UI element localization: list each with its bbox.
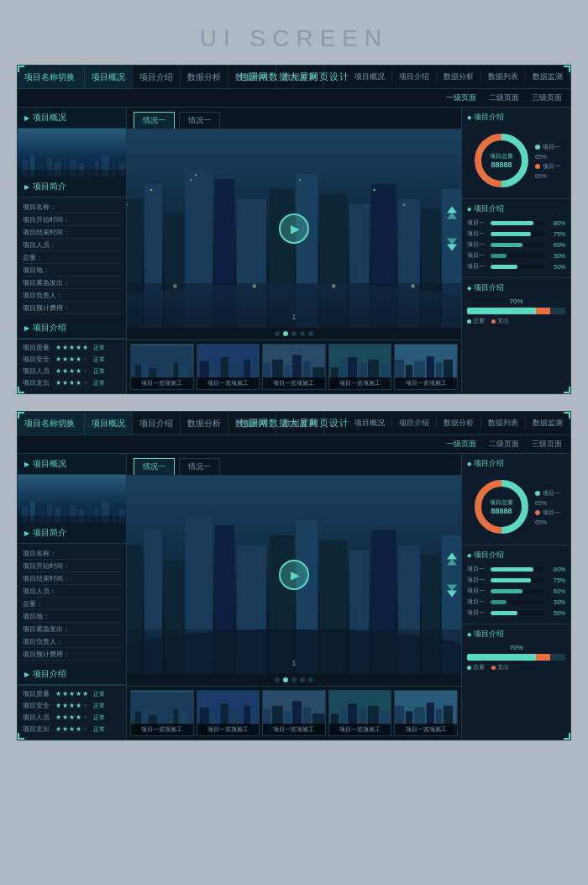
info-start: 项目开始时间： bbox=[23, 213, 121, 226]
thumb-2[interactable]: 项目一览项施工 bbox=[197, 344, 260, 390]
bar-row-2: 项目一 75% bbox=[467, 229, 565, 238]
right-panel-2: 项目介绍 项目总量 88888 bbox=[461, 454, 570, 740]
tab-intro[interactable]: 项目介绍 bbox=[133, 66, 181, 88]
tab-analysis[interactable]: 数据分析 bbox=[181, 66, 228, 88]
level-1-nav[interactable]: 一级页面 bbox=[446, 92, 476, 103]
right2-tab-analysis[interactable]: 数据分析 bbox=[437, 418, 481, 429]
level2-1-nav[interactable]: 一级页面 bbox=[446, 439, 476, 450]
right-bar-section: 项目介绍 项目一 80% 项目一 75% 项目一 60% 项目一 bbox=[462, 199, 570, 278]
right2-tab-list[interactable]: 数据列表 bbox=[481, 418, 526, 429]
level-2-nav[interactable]: 二级页面 bbox=[489, 92, 519, 103]
main-content: 项目概况 bbox=[18, 108, 570, 393]
right2-bar-section: 项目介绍 项目一 80% 项目一 75% 项目一 60% 项目一 bbox=[462, 545, 570, 624]
level-3-nav[interactable]: 三级页面 bbox=[532, 92, 562, 103]
thumb-3-label: 项目一览项施工 bbox=[263, 377, 325, 389]
info-urgent: 项目紧急发出： bbox=[23, 277, 121, 289]
right2-section2-title: 项目介绍 bbox=[467, 550, 565, 561]
right-nav: 项目概况 项目介绍 数据分析 数据列表 数据监测 bbox=[348, 71, 570, 82]
tab2-intro[interactable]: 项目介绍 bbox=[133, 412, 181, 435]
left-panel: 项目概况 bbox=[18, 108, 127, 393]
nav-tabs: 项目概况 项目介绍 数据分析 数据列表 数据监测 bbox=[85, 66, 348, 88]
right-section1-title: 项目介绍 bbox=[467, 112, 565, 123]
info-location: 项目地： bbox=[23, 264, 121, 277]
right2-tab-overview[interactable]: 项目概况 bbox=[348, 418, 392, 429]
info-name: 项目名称： bbox=[23, 201, 121, 213]
thumbnails-row: 项目一览项施工 项目一览项施工 bbox=[127, 340, 461, 393]
dashboard-1: 项目名称切换 项目概况 项目介绍 数据分析 数据列表 数据监测 包圆网数据大屏网… bbox=[17, 65, 571, 394]
svg-rect-103 bbox=[18, 516, 126, 523]
video-dots bbox=[127, 328, 461, 340]
sit-tab-1[interactable]: 情况一 bbox=[134, 112, 175, 129]
svg-point-42 bbox=[173, 284, 177, 288]
play-button[interactable]: ▶ bbox=[279, 213, 309, 244]
thumb2-5[interactable]: 项目一览项施工 bbox=[394, 690, 458, 736]
thumb2-4[interactable]: 项目一览项施工 bbox=[328, 690, 392, 736]
sit2-tab-2[interactable]: 情况一 bbox=[179, 458, 220, 475]
tab2-monitor[interactable]: 数据监测 bbox=[276, 412, 324, 435]
svg-rect-35 bbox=[127, 204, 128, 206]
rating-section-title-2: 项目介绍 bbox=[18, 664, 126, 685]
svg-rect-37 bbox=[190, 179, 192, 181]
right-tab-analysis[interactable]: 数据分析 bbox=[437, 71, 481, 82]
right2-tab-monitor[interactable]: 数据监测 bbox=[526, 418, 570, 429]
page-title: UI SCREEN bbox=[200, 25, 388, 52]
donut-center: 项目总量 88888 bbox=[490, 152, 513, 169]
thumb-4[interactable]: 项目一览项施工 bbox=[328, 344, 392, 390]
nav-tabs-2: 项目概况 项目介绍 数据分析 数据列表 数据监测 bbox=[85, 412, 348, 435]
thumb-1-label: 项目一览项施工 bbox=[131, 377, 193, 389]
main-content-2: 项目概况 bbox=[18, 454, 570, 740]
donut-center-2: 项目总量 88888 bbox=[490, 498, 513, 515]
right-tab-monitor[interactable]: 数据监测 bbox=[526, 71, 570, 82]
thumb-4-label: 项目一览项施工 bbox=[329, 377, 391, 389]
thumb-3[interactable]: 项目一览项施工 bbox=[262, 344, 326, 390]
sit2-tab-1[interactable]: 情况一 bbox=[134, 458, 175, 475]
right2-donut-section: 项目介绍 项目总量 88888 bbox=[462, 454, 570, 545]
rating-safety: 项目安全 ★ ★ ★ ★ ★ 正常 bbox=[23, 355, 121, 364]
left-panel-title: 项目概况 bbox=[18, 108, 126, 129]
thumb-5[interactable]: 项目一览项施工 bbox=[394, 344, 458, 390]
right-tab-intro[interactable]: 项目介绍 bbox=[392, 71, 437, 82]
play-icon-2: ▶ bbox=[291, 568, 300, 582]
thumb-5-label: 项目一览项施工 bbox=[395, 377, 457, 389]
svg-rect-40 bbox=[373, 189, 375, 191]
right2-section1-title: 项目介绍 bbox=[467, 458, 565, 469]
donut-chart-2: 项目总量 88888 bbox=[472, 477, 531, 536]
right-tab-list[interactable]: 数据列表 bbox=[481, 71, 526, 82]
left-panel-title-2: 项目概况 bbox=[18, 454, 126, 475]
level2-2-nav[interactable]: 二级页面 bbox=[489, 439, 519, 450]
right-section2-title: 项目介绍 bbox=[467, 203, 565, 214]
tab-overview[interactable]: 项目概况 bbox=[85, 66, 133, 88]
top-nav-bar-2: 项目名称切换 项目概况 项目介绍 数据分析 数据列表 数据监测 包圆网数据大屏网… bbox=[18, 412, 570, 435]
svg-point-45 bbox=[411, 284, 415, 288]
play-button-2[interactable]: ▶ bbox=[279, 560, 309, 590]
tab2-overview[interactable]: 项目概况 bbox=[85, 412, 133, 435]
thumb2-1[interactable]: 项目一览项施工 bbox=[130, 690, 194, 736]
second-nav-2: 一级页面 二级页面 三级页面 bbox=[18, 435, 570, 454]
thumb2-2[interactable]: 项目一览项施工 bbox=[197, 690, 260, 736]
bar-row-5: 项目一 50% bbox=[467, 262, 565, 271]
project-selector-2[interactable]: 项目名称切换 bbox=[18, 412, 85, 435]
sit-tab-2[interactable]: 情况一 bbox=[179, 112, 220, 129]
tab-monitor[interactable]: 数据监测 bbox=[276, 66, 324, 88]
svg-rect-39 bbox=[299, 179, 301, 181]
situation-tabs-2: 情况一 情况一 bbox=[127, 454, 461, 476]
rating-quality: 项目质量 ★ ★ ★ ★ ★ 正常 bbox=[23, 343, 121, 352]
tab-list[interactable]: 数据列表 bbox=[228, 66, 276, 88]
donut-container-2: 项目总量 88888 项目一 65% bbox=[467, 473, 565, 540]
info-manager: 项目负责人： bbox=[23, 289, 121, 302]
info-list-2: 项目名称： 项目开始时间： 项目结束时间： 项目人员： 总量： 项目地： 项目紧… bbox=[18, 544, 126, 664]
thumb2-3[interactable]: 项目一览项施工 bbox=[262, 690, 326, 736]
project-selector[interactable]: 项目名称切换 bbox=[18, 66, 85, 88]
donut-container: 项目总量 88888 项目一 65% bbox=[467, 127, 565, 194]
thumb-1[interactable]: 项目一览项施工 bbox=[130, 344, 194, 390]
right-budget-section: 项目介绍 70% 总量 支出 bbox=[462, 278, 570, 393]
right-tab-overview[interactable]: 项目概况 bbox=[348, 71, 392, 82]
tab2-list[interactable]: 数据列表 bbox=[228, 412, 276, 435]
right2-tab-intro[interactable]: 项目介绍 bbox=[392, 418, 437, 429]
second-nav: 一级页面 二级页面 三级页面 bbox=[18, 89, 570, 108]
rating-cost: 项目支出 ★ ★ ★ ★ ★ 正常 bbox=[23, 378, 121, 387]
donut-legend: 项目一 65% 项目一 65% bbox=[535, 143, 560, 179]
bar-row-3: 项目一 60% bbox=[467, 240, 565, 249]
tab2-analysis[interactable]: 数据分析 bbox=[181, 412, 228, 435]
level2-3-nav[interactable]: 三级页面 bbox=[532, 439, 562, 450]
